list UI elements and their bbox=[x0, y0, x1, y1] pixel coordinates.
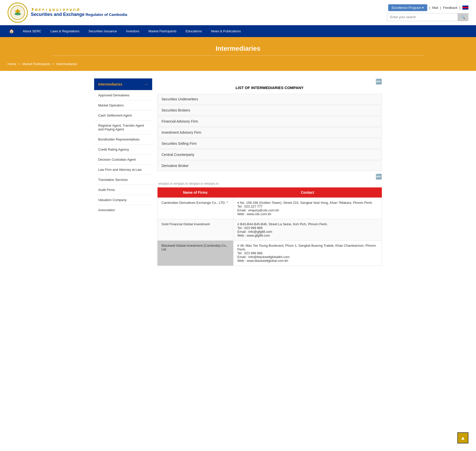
logo-kh-text: និយតករមូលបត្រកម្ពុជា bbox=[31, 8, 127, 12]
table-row: Blackwell Global Investment (Cambodia) C… bbox=[157, 241, 382, 266]
company-contact: # No. 158-166 (Golden Tower), Street 215… bbox=[233, 198, 382, 219]
separator: | bbox=[429, 6, 430, 10]
sidebar-item-registrar-agent[interactable]: Registrar Agent, Transfer Agent and Payi… bbox=[94, 120, 152, 134]
sidebar-item-decision-custodian[interactable]: Decision Custodian Agent bbox=[94, 154, 152, 164]
breadcrumb-market-participants[interactable]: Market Participants bbox=[22, 62, 50, 66]
main-content: Intermediaries → Approved Derivatives Ma… bbox=[87, 71, 389, 273]
sidebar-arrow-icon: → bbox=[144, 82, 148, 87]
breadcrumb-home[interactable]: Home bbox=[8, 62, 16, 66]
flag-icon bbox=[462, 6, 468, 10]
separator2: | bbox=[440, 6, 441, 10]
search-button[interactable]: 🔍 bbox=[458, 13, 468, 21]
accordion-derivative-broker[interactable]: Derivative Broker bbox=[157, 160, 382, 171]
search-input[interactable] bbox=[387, 13, 458, 21]
translate-icon-top: 🔤 bbox=[157, 78, 382, 84]
sidebar-item-valuation-company[interactable]: Valuation Company bbox=[94, 195, 152, 205]
sidebar-item-approved-derivatives[interactable]: Approved Derivatives bbox=[94, 90, 152, 100]
top-header: និយតករមូលបត្រកម្ពុជា Securities and Exch… bbox=[0, 0, 476, 25]
accordion-securities-underwriters[interactable]: Securities Underwriters bbox=[157, 94, 382, 104]
page-banner: Intermediaries bbox=[0, 37, 476, 60]
search-area: 🔍 bbox=[387, 13, 468, 21]
sidebar: Intermediaries → Approved Derivatives Ma… bbox=[94, 78, 152, 266]
sidebar-item-bondholder-reps[interactable]: Bondholder Representatives bbox=[94, 134, 152, 144]
nav-securities-issuance[interactable]: Securities Issuance bbox=[84, 26, 122, 37]
company-contact: # 48, Mao Tse Toung Boulevard, Phum 1, S… bbox=[233, 241, 382, 266]
sidebar-item-association[interactable]: Association bbox=[94, 205, 152, 215]
breadcrumb-sep2: > bbox=[52, 62, 55, 66]
nav-investors[interactable]: Investors bbox=[121, 26, 144, 37]
nav-bar: 🏠 About SERC Laws & Regulations Securiti… bbox=[0, 25, 476, 37]
accordion-securities-selling[interactable]: Securities Selling Firm bbox=[157, 138, 382, 149]
logo-circle bbox=[8, 3, 28, 23]
logo-en-text: Securities and Exchange bbox=[31, 12, 85, 17]
nav-laws-regulations[interactable]: Laws & Regulations bbox=[46, 26, 84, 37]
translate-icon-bottom: 🔤 bbox=[157, 174, 382, 180]
sidebar-item-credit-rating-agency[interactable]: Credit Rating Agency bbox=[94, 144, 152, 154]
top-right: Excellence Program ▾ | Mail | Feedback |… bbox=[387, 4, 468, 21]
nav-market-participants[interactable]: Market Participants bbox=[144, 26, 181, 37]
accordion-securities-brokers[interactable]: Securities Brokers bbox=[157, 105, 382, 116]
table-header-contact: Contact bbox=[233, 187, 382, 198]
nav-about-serc[interactable]: About SERC bbox=[18, 26, 46, 37]
logo-sub-text: Regulator of Cambodia bbox=[86, 12, 127, 17]
accordion-financial-advisory[interactable]: Financial Advisory Firm bbox=[157, 116, 382, 127]
separator3: | bbox=[460, 6, 460, 10]
accordion-investment-advisory[interactable]: Investment Advisory Firm bbox=[157, 127, 382, 138]
nav-news-publications[interactable]: News & Publications bbox=[206, 26, 246, 37]
table-row: Cambodian Derivatives Exchange Co., LTD.… bbox=[157, 198, 382, 219]
breadcrumb: Home > Market Participants > Intermediar… bbox=[0, 60, 476, 71]
table-header-name: Name of Firms bbox=[157, 187, 233, 198]
accordion-central-counterparty[interactable]: Central Counterparty bbox=[157, 149, 382, 160]
watermark-text: winpips.io winpips.io winpips.io winpips… bbox=[157, 182, 382, 185]
sidebar-item-law-firm[interactable]: Law Firm and Attorney at Law bbox=[94, 164, 152, 175]
sidebar-item-cash-settlement-agent[interactable]: Cash Settlement Agent bbox=[94, 110, 152, 120]
mail-link[interactable]: Mail bbox=[432, 6, 438, 10]
nav-educations[interactable]: Educations bbox=[181, 26, 206, 37]
company-name: Gold Financial Global Investment bbox=[157, 219, 233, 241]
company-table: Name of Firms Contact Cambodian Derivati… bbox=[157, 187, 382, 266]
sidebar-item-translation-services[interactable]: Translation Services bbox=[94, 175, 152, 185]
company-name: Blackwell Global Investment (Cambodia) C… bbox=[157, 241, 233, 266]
list-title: LIST OF INTERMEDIARIES COMPANY bbox=[157, 86, 382, 90]
feedback-link[interactable]: Feedback bbox=[443, 6, 458, 10]
page-title: Intermediaries bbox=[5, 45, 471, 52]
sidebar-item-market-operators[interactable]: Market Operators bbox=[94, 100, 152, 110]
table-row: Gold Financial Global Investment# B43-B4… bbox=[157, 219, 382, 241]
content-area: 🔤 LIST OF INTERMEDIARIES COMPANY Securit… bbox=[157, 78, 382, 266]
sidebar-active-item[interactable]: Intermediaries → bbox=[94, 78, 152, 90]
breadcrumb-sep1: > bbox=[18, 62, 20, 66]
logo-area: និយតករមូលបត្រកម្ពុជា Securities and Exch… bbox=[8, 3, 127, 23]
company-name: Cambodian Derivatives Exchange Co., LTD.… bbox=[157, 198, 233, 219]
breadcrumb-current: Intermediaries bbox=[56, 62, 77, 66]
excellence-btn[interactable]: Excellence Program ▾ bbox=[388, 4, 427, 11]
logo-text: និយតករមូលបត្រកម្ពុជា Securities and Exch… bbox=[31, 8, 127, 17]
sidebar-active-label: Intermediaries bbox=[98, 82, 122, 86]
company-contact: # B43-B44-B45-B46, Street La Seine, Koh … bbox=[233, 219, 382, 241]
sidebar-item-audit-firms[interactable]: Audit Firms bbox=[94, 185, 152, 195]
top-links: Excellence Program ▾ | Mail | Feedback | bbox=[388, 4, 468, 11]
nav-home-icon[interactable]: 🏠 bbox=[5, 25, 18, 37]
